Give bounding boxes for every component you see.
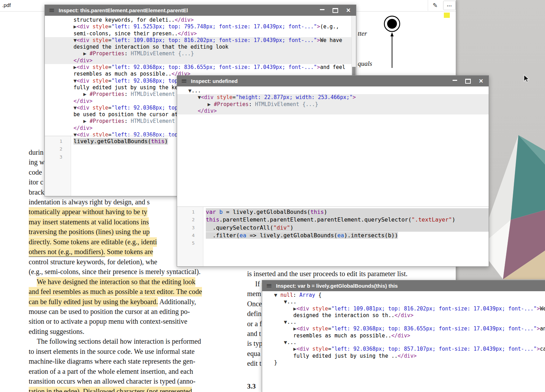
mouse-cursor [524, 75, 532, 84]
text-segment: style [89, 105, 108, 111]
tree-line[interactable]: ▶<div style="left: 92.0368px; top: 857.1… [262, 346, 545, 352]
text-segment: "height: 22.877px; width: 253.466px;" [236, 94, 352, 100]
tree-line[interactable]: ▼<div style="left: 109.081px; top: 816.2… [45, 37, 356, 44]
tree-line[interactable]: ▶ #Properties: HTMLDivElement {...} [45, 50, 356, 57]
tree-line[interactable]: designed the interaction so that the edi… [45, 44, 356, 50]
code-line[interactable]: var b = lively.getGlobalBounds(this) [206, 208, 489, 216]
diagram-edge-label: quals [358, 60, 372, 68]
text-segment: null [280, 292, 293, 298]
text-segment: <div [77, 37, 89, 43]
text-segment: ea [337, 232, 344, 239]
screen: .pdf ✎ ... tter quals durining wcodeitor… [0, 0, 545, 392]
text-segment: style [89, 23, 108, 30]
code-area[interactable]: var b = lively.getGlobalBounds(this)this… [203, 207, 489, 266]
maximize-button[interactable] [465, 79, 471, 84]
text-segment: ) [165, 138, 168, 145]
window-titlebar[interactable]: ≡ Inspect: this.parentElement.parentElem… [45, 5, 356, 16]
pdf-text-line: Once [247, 300, 262, 308]
inspector-window-2: ≡ Inspect: undefined ✕ ▼...▼<div style="… [177, 75, 489, 267]
pdf-text-line: itor c [29, 178, 43, 186]
highlight-annotation-marker[interactable] [444, 13, 450, 18]
tree-line[interactable]: semi-colons, since their presen..</div> [45, 30, 356, 37]
text-segment: and feel [320, 64, 345, 70]
tree-line[interactable]: ▼... [262, 299, 545, 305]
text-segment: We [540, 306, 545, 312]
code-line[interactable]: .querySelectorAll("div") [206, 224, 489, 232]
text-segment: Once [247, 300, 262, 308]
edit-annotation-button[interactable]: ✎ [430, 1, 440, 10]
pdf-text-line: tation in the edge). Disallowed characte… [29, 387, 192, 392]
pdf-text-line: equa [247, 350, 260, 358]
tree-line[interactable]: </div> [177, 108, 489, 114]
tree-line[interactable]: ▶<div style="left: 109.081px; top: 816.2… [262, 306, 545, 312]
text-segment: Some tokens are [105, 247, 153, 257]
text-segment: this [310, 209, 324, 215]
text-segment: </div> [394, 312, 413, 318]
maximize-button[interactable] [333, 8, 338, 13]
window-titlebar[interactable]: ≡ Inspect: undefined ✕ [177, 76, 489, 86]
text-segment: ".textLayer" [412, 216, 452, 223]
tree-line[interactable]: resembles as much as possible..</div> [262, 332, 545, 339]
tree-line[interactable]: ▼... [177, 88, 489, 94]
text-segment: transition occurs when an allowed charac… [29, 377, 195, 385]
text-segment: ... [287, 299, 296, 305]
text-segment: > [353, 94, 356, 100]
text-segment: b [219, 209, 223, 215]
line-number: 5 [177, 239, 195, 247]
pdf-text-line: We have designed the interaction so that… [29, 278, 195, 286]
inspector-result-tree[interactable]: ▼ null: Array {▼...▶<div style="left: 10… [262, 291, 545, 392]
text-segment: others not (e.g., modifiers). [29, 247, 105, 257]
pdf-text-line: is inserted and the user proceeds to edi… [247, 270, 407, 278]
tree-line[interactable]: } [262, 359, 545, 366]
code-line[interactable] [206, 239, 489, 247]
text-segment: => lively.getGlobalBounds( [246, 232, 337, 239]
pdf-text-line: editing suggestions. [29, 328, 84, 336]
tree-line[interactable]: ▶<div style="left: 92.0368px; top: 836.6… [45, 64, 356, 71]
menu-icon[interactable]: ≡ [181, 77, 187, 85]
close-button[interactable]: ✕ [346, 8, 351, 13]
menu-icon[interactable]: ≡ [49, 7, 55, 14]
code-line[interactable]: this.parentElement.parentElement.parentE… [206, 216, 489, 224]
more-options-button[interactable]: ... [443, 1, 456, 10]
text-segment: structure keywords, for deleti.. [74, 17, 175, 23]
text-segment: indentation is always right by design, a… [29, 198, 150, 206]
tree-line[interactable]: </div> [45, 57, 356, 64]
tree-line[interactable]: ▼ null: Array { [262, 292, 545, 299]
text-segment: ▶ [83, 50, 90, 57]
code-editor[interactable]: 12345 var b = lively.getGlobalBounds(thi… [177, 206, 489, 266]
text-segment: "left: 91.5253px; top: 795.748px; font-s… [111, 23, 317, 30]
pdf-text-line: control structure keywords, for deletion… [29, 258, 157, 266]
text-segment: : [124, 118, 131, 124]
text-segment: ) [324, 209, 327, 215]
text-segment: ▼ [284, 319, 287, 325]
code-line[interactable]: .filter(ea => lively.getGlobalBounds(ea)… [206, 232, 489, 239]
text-segment: HTMLDivElement {...} [255, 101, 318, 107]
tree-line[interactable]: structure keywords, for deleti..</div> [45, 17, 356, 23]
inspector-dom-tree[interactable]: ▼...▼<div style="height: 22.877px; width… [177, 86, 489, 208]
menu-icon[interactable]: ≡ [266, 282, 272, 289]
tree-line[interactable]: ▶<div style="left: 92.0368px; top: 836.6… [262, 326, 545, 332]
minimize-button[interactable] [453, 80, 457, 81]
line-numbers-gutter: 123 [45, 136, 71, 196]
close-button[interactable]: ✕ [479, 78, 483, 84]
window-controls: ✕ [320, 8, 352, 13]
text-segment: .filter( [206, 232, 239, 239]
tree-line[interactable]: ▼... [262, 339, 545, 346]
window-titlebar[interactable]: ≡ Inspect: var b = lively.getGlobalBound… [262, 280, 545, 291]
text-segment: durin [29, 148, 43, 156]
tree-line[interactable]: ▶ #Properties: HTMLDivElement {...} [177, 101, 489, 108]
window-controls: ✕ [453, 78, 485, 84]
tree-line[interactable]: ▼... [262, 319, 545, 326]
text-segment: { [315, 292, 321, 298]
pdf-text-line: edit t [247, 359, 261, 368]
tree-line[interactable]: ▼<div style="height: 22.877px; width: 25… [177, 94, 489, 101]
tree-line[interactable]: ▶<div style="left: 91.5253px; top: 795.7… [45, 23, 356, 30]
text-segment: eration of a a part of the whole element… [29, 368, 193, 375]
line-number: 2 [177, 216, 195, 224]
text-segment: </div> [74, 98, 92, 104]
tree-line[interactable]: designed the interaction so th..</div> [262, 312, 545, 319]
text-segment: style [309, 306, 328, 312]
minimize-button[interactable] [320, 9, 324, 10]
text-segment: HTMLDivElement {...} [131, 50, 194, 57]
tree-line[interactable]: fully edited just by using the ..</div> [262, 353, 545, 359]
